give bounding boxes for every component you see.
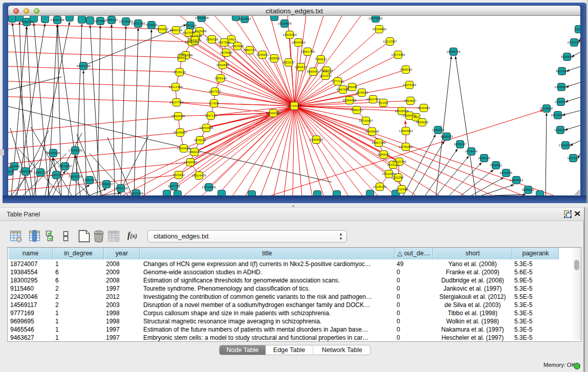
svg-text:9919: 9919 — [8, 169, 13, 173]
svg-text:16782759: 16782759 — [114, 186, 128, 190]
svg-text:8912954: 8912954 — [183, 31, 195, 34]
svg-text:10654112: 10654112 — [509, 178, 524, 182]
svg-text:117006: 117006 — [209, 101, 220, 105]
svg-text:3186328: 3186328 — [206, 37, 219, 41]
svg-text:19654985: 19654985 — [171, 114, 185, 118]
svg-text:8938923: 8938923 — [441, 135, 453, 138]
svg-text:10958167: 10958167 — [99, 182, 114, 186]
svg-text:7632621: 7632621 — [490, 163, 503, 167]
svg-text:1640953: 1640953 — [432, 128, 445, 132]
svg-text:1621072: 1621072 — [319, 74, 332, 77]
svg-text:19384554: 19384554 — [309, 138, 323, 141]
svg-text:7955812: 7955812 — [315, 57, 328, 61]
svg-text:9242848: 9242848 — [216, 63, 229, 67]
svg-text:7625402: 7625402 — [172, 173, 185, 177]
svg-text:11156829: 11156829 — [19, 169, 33, 173]
svg-text:20876682: 20876682 — [368, 16, 383, 20]
svg-text:12213967: 12213967 — [383, 39, 397, 43]
svg-text:13654923: 13654923 — [399, 129, 413, 133]
svg-text:9245652: 9245652 — [522, 188, 535, 191]
svg-text:12942737: 12942737 — [33, 170, 48, 174]
svg-text:3578332: 3578332 — [194, 138, 207, 142]
svg-text:27691406: 27691406 — [50, 18, 64, 21]
svg-text:6466160: 6466160 — [105, 18, 118, 21]
svg-text:10671355: 10671355 — [131, 21, 145, 25]
svg-text:1244415: 1244415 — [555, 100, 568, 103]
svg-text:7886372: 7886372 — [351, 108, 363, 112]
svg-text:10607487: 10607487 — [366, 97, 380, 101]
svg-text:964: 964 — [413, 115, 419, 119]
svg-text:7485063: 7485063 — [400, 68, 412, 71]
svg-text:9327508: 9327508 — [218, 40, 231, 44]
svg-text:9699695: 9699695 — [416, 120, 429, 124]
svg-text:8471676: 8471676 — [500, 171, 513, 174]
svg-text:9474444: 9474444 — [465, 149, 478, 153]
svg-text:18807249: 18807249 — [372, 141, 386, 144]
svg-text:14136141: 14136141 — [373, 185, 387, 188]
svg-text:12093872: 12093872 — [554, 85, 569, 89]
svg-text:9146821: 9146821 — [256, 53, 269, 56]
svg-text:8960124: 8960124 — [170, 28, 183, 32]
svg-text:17016504: 17016504 — [558, 143, 573, 147]
svg-text:15716485: 15716485 — [202, 185, 216, 189]
svg-text:6994028: 6994028 — [320, 69, 333, 72]
svg-text:11123: 11123 — [575, 27, 580, 31]
svg-text:15751074: 15751074 — [567, 40, 580, 44]
svg-text:17359926: 17359926 — [68, 148, 82, 152]
svg-text:9657791: 9657791 — [168, 184, 181, 188]
svg-text:14055713: 14055713 — [19, 20, 34, 24]
svg-text:17004678: 17004678 — [177, 146, 191, 150]
svg-text:1569291: 1569291 — [554, 128, 567, 132]
svg-text:8322037: 8322037 — [282, 60, 295, 64]
svg-text:1527602: 1527602 — [94, 19, 107, 23]
svg-text:6379197: 6379197 — [454, 142, 467, 146]
svg-text:8454749: 8454749 — [244, 48, 256, 52]
svg-text:12923468: 12923468 — [129, 191, 143, 195]
svg-text:20206526: 20206526 — [46, 151, 60, 155]
svg-text:13525419: 13525419 — [282, 33, 297, 36]
svg-text:19756928: 19756928 — [399, 145, 413, 148]
svg-text:2935134: 2935134 — [478, 156, 491, 160]
svg-text:3824554: 3824554 — [356, 91, 368, 94]
svg-text:19166827: 19166827 — [173, 130, 187, 134]
svg-text:2718126: 2718126 — [173, 70, 186, 74]
svg-text:9329966: 9329966 — [561, 55, 574, 58]
svg-text:10025438: 10025438 — [395, 109, 409, 113]
svg-text:62160: 62160 — [379, 101, 388, 104]
svg-text:10688609: 10688609 — [365, 129, 379, 133]
svg-text:19218506: 19218506 — [277, 21, 292, 25]
svg-text:9084067: 9084067 — [378, 152, 390, 156]
svg-text:16033809: 16033809 — [194, 16, 209, 19]
svg-text:16210043: 16210043 — [551, 113, 565, 117]
svg-text:3267110: 3267110 — [205, 114, 217, 117]
svg-text:6497568: 6497568 — [337, 87, 350, 91]
svg-text:9777169: 9777169 — [332, 79, 344, 83]
svg-text:7357224: 7357224 — [184, 24, 197, 27]
svg-text:14099489: 14099489 — [183, 160, 198, 164]
svg-text:9427552: 9427552 — [209, 90, 222, 93]
svg-text:252254: 252254 — [393, 176, 404, 179]
svg-text:8813054: 8813054 — [238, 17, 251, 20]
svg-text:12975115: 12975115 — [402, 83, 417, 86]
svg-text:1538520: 1538520 — [268, 56, 281, 60]
svg-text:17957225: 17957225 — [82, 178, 97, 182]
svg-text:2367608: 2367608 — [231, 44, 244, 48]
svg-text:12505135: 12505135 — [68, 174, 82, 178]
svg-text:7663822: 7663822 — [156, 27, 169, 31]
svg-text:3498222: 3498222 — [188, 150, 201, 154]
svg-text:16154808: 16154808 — [372, 27, 386, 31]
svg-text:9115460: 9115460 — [418, 106, 430, 110]
svg-text:20364436: 20364436 — [342, 98, 357, 102]
svg-text:1733426: 1733426 — [396, 187, 408, 191]
svg-text:16914479: 16914479 — [192, 173, 206, 177]
svg-text:1435001: 1435001 — [8, 164, 21, 168]
svg-text:29053346: 29053346 — [76, 64, 91, 68]
svg-text:9127509: 9127509 — [190, 34, 203, 37]
svg-text:18640910: 18640910 — [291, 40, 306, 44]
svg-text:16107552: 16107552 — [169, 100, 184, 104]
svg-text:2803144: 2803144 — [214, 76, 227, 80]
svg-text:8215958: 8215958 — [540, 106, 553, 110]
svg-text:1362615: 1362615 — [295, 65, 308, 69]
svg-text:15720407: 15720407 — [359, 119, 373, 122]
svg-text:10975857: 10975857 — [58, 164, 72, 168]
